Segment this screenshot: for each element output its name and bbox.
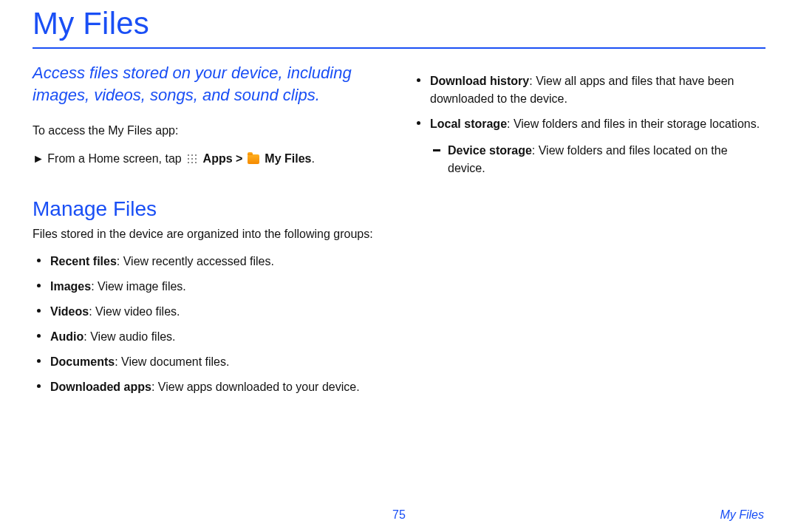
term: Device storage	[448, 144, 532, 157]
footer-section: My Files	[720, 508, 764, 522]
apps-label: Apps	[203, 152, 233, 165]
groups-lead: Files stored in the device are organized…	[33, 225, 386, 242]
list-item: Local storage: View folders and files in…	[412, 115, 765, 177]
list-item: Recent files: View recently accessed fil…	[33, 253, 386, 270]
section-heading: Manage Files	[33, 197, 386, 221]
step-period: .	[311, 152, 314, 165]
step-separator: >	[236, 152, 246, 165]
list-item: Download history: View all apps and file…	[412, 72, 765, 108]
title-rule	[33, 47, 765, 49]
term: Downloaded apps	[50, 381, 151, 393]
term: Local storage	[430, 117, 507, 130]
access-step: ► From a Home screen, tap Apps > My File…	[33, 150, 386, 168]
list-item: Images: View image files.	[33, 278, 386, 296]
left-column: Access files stored on your device, incl…	[33, 62, 386, 403]
apps-grid-icon	[187, 154, 197, 164]
desc: : View audio files.	[83, 330, 175, 343]
desc: : View recently accessed files.	[117, 255, 274, 267]
document-page: My Files Access files stored on your dev…	[0, 0, 798, 532]
term: Recent files	[50, 255, 117, 267]
step-prefix: From a Home screen, tap	[47, 152, 185, 165]
myfiles-label: My Files	[265, 152, 311, 165]
step-arrow-icon: ►	[33, 152, 44, 165]
groups-list-left: Recent files: View recently accessed fil…	[33, 253, 386, 396]
sub-list-item: Device storage: View folders and files l…	[430, 142, 765, 177]
term: Audio	[50, 330, 83, 343]
page-footer: 75 My Files	[0, 508, 798, 522]
desc: : View video files.	[89, 305, 180, 318]
list-item: Videos: View video files.	[33, 303, 386, 321]
page-number: 75	[392, 508, 406, 522]
term: Download history	[430, 75, 529, 87]
list-item: Downloaded apps: View apps downloaded to…	[33, 378, 386, 396]
page-title: My Files	[33, 0, 765, 46]
desc: : View apps downloaded to your device.	[151, 381, 360, 393]
term: Documents	[50, 355, 115, 368]
list-item: Documents: View document files.	[33, 353, 386, 371]
desc: : View image files.	[91, 280, 186, 293]
list-item: Audio: View audio files.	[33, 328, 386, 346]
groups-list-right: Download history: View all apps and file…	[412, 72, 765, 177]
term: Videos	[50, 305, 89, 318]
desc: : View folders and files in their storag…	[507, 117, 760, 130]
term: Images	[50, 280, 91, 293]
content-columns: Access files stored on your device, incl…	[33, 62, 765, 403]
right-column: Download history: View all apps and file…	[412, 62, 765, 403]
folder-icon	[248, 154, 259, 164]
access-lead: To access the My Files app:	[33, 122, 386, 139]
sub-list: Device storage: View folders and files l…	[430, 142, 765, 177]
intro-text: Access files stored on your device, incl…	[33, 62, 386, 106]
desc: : View document files.	[115, 355, 229, 368]
